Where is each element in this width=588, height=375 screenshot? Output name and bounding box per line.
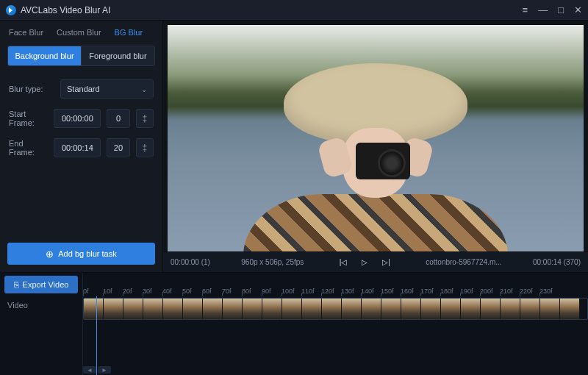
clip-thumbnail — [342, 299, 362, 319]
end-frame-input[interactable]: 20 — [107, 138, 129, 157]
track-area[interactable]: ◄ ► — [82, 296, 588, 375]
tab-bg-blur[interactable]: BG Blur — [115, 28, 143, 37]
start-time-input[interactable]: 00:00:00 — [54, 109, 101, 128]
end-frame-label: End Frame: — [9, 139, 48, 157]
clip-thumbnail — [481, 299, 501, 319]
blur-type-label: Blur type: — [9, 85, 54, 93]
tab-custom-blur[interactable]: Custom Blur — [57, 28, 101, 37]
ruler-tick: 140f — [361, 288, 381, 295]
sidebar: Face Blur Custom Blur BG Blur Background… — [0, 21, 163, 272]
ruler-tick: 70f — [222, 288, 242, 295]
clip-thumbnail — [262, 299, 282, 319]
ruler-tick: 170f — [420, 288, 440, 295]
clip-thumbnail — [501, 299, 520, 319]
ruler-tick: 220f — [520, 288, 539, 295]
clip-thumbnail — [421, 299, 441, 319]
scroll-left-button[interactable]: ◄ — [83, 366, 96, 374]
ruler-tick: 150f — [381, 288, 401, 295]
tab-face-blur[interactable]: Face Blur — [9, 28, 43, 37]
export-label: Export Video — [23, 280, 69, 289]
mode-tabs: Face Blur Custom Blur BG Blur — [0, 21, 162, 43]
titlebar: AVCLabs Video Blur AI ≡ — □ ✕ — [0, 0, 588, 21]
clip-thumbnail — [560, 299, 580, 319]
clip-thumbnail — [203, 299, 223, 319]
ruler-tick: 60f — [202, 288, 222, 295]
ruler-tick: 230f — [539, 288, 559, 295]
start-set-button[interactable]: ‡ — [136, 109, 154, 128]
video-preview[interactable] — [168, 25, 584, 251]
background-blur-button[interactable]: Background blur — [8, 46, 81, 65]
blur-type-select[interactable]: Standard ⌄ — [60, 79, 154, 99]
ruler-tick: 50f — [182, 288, 202, 295]
clip-thumbnail — [163, 299, 183, 319]
ruler-tick: 200f — [480, 288, 500, 295]
scroll-right-button[interactable]: ► — [98, 366, 111, 374]
ruler-tick: 180f — [440, 288, 460, 295]
ruler-tick: 110f — [301, 288, 321, 295]
ruler-tick: 40f — [162, 288, 182, 295]
end-set-button[interactable]: ‡ — [136, 138, 154, 157]
clip-thumbnail — [520, 299, 540, 319]
minimize-button[interactable]: — — [538, 5, 548, 15]
video-clip[interactable] — [83, 298, 588, 320]
ruler-tick: 30f — [143, 288, 162, 295]
playhead-position: 00:00:00 (1) — [171, 258, 210, 266]
app-title: AVCLabs Video Blur AI — [21, 5, 523, 15]
playbar: 00:00:00 (1) 960p x 506p, 25fps |◁ ▷ ▷| … — [163, 251, 588, 272]
clip-thumbnail — [362, 299, 381, 319]
plus-circle-icon: ⊕ — [46, 249, 54, 260]
clip-thumbnail — [441, 299, 461, 319]
clip-thumbnail — [401, 299, 421, 319]
timeline-panel: ⎘ Export Video 0f10f20f30f40f50f60f70f80… — [0, 272, 588, 375]
blur-type-value: Standard — [67, 85, 100, 93]
maximize-button[interactable]: □ — [558, 5, 564, 15]
clip-thumbnail — [322, 299, 342, 319]
clip-thumbnail — [104, 299, 123, 319]
stage: 00:00:00 (1) 960p x 506p, 25fps |◁ ▷ ▷| … — [163, 21, 588, 272]
clip-thumbnail — [302, 299, 322, 319]
ruler-tick: 210f — [500, 288, 520, 295]
clip-thumbnail — [84, 299, 104, 319]
ruler-tick: 120f — [321, 288, 341, 295]
foreground-blur-button[interactable]: Foreground blur — [81, 46, 154, 65]
video-duration: 00:00:14 (370) — [533, 258, 581, 266]
ruler-tick: 160f — [401, 288, 420, 295]
video-filename: cottonbro-5967724.m... — [426, 258, 501, 266]
start-frame-input[interactable]: 0 — [107, 109, 129, 128]
end-time-input[interactable]: 00:00:14 — [54, 138, 101, 157]
ruler-tick: 20f — [123, 288, 143, 295]
ruler-tick: 100f — [282, 288, 301, 295]
add-bg-blur-task-button[interactable]: ⊕ Add bg blur task — [7, 243, 155, 265]
export-video-button[interactable]: ⎘ Export Video — [4, 276, 78, 293]
chevron-down-icon: ⌄ — [141, 85, 147, 93]
ruler-tick: 190f — [460, 288, 480, 295]
clip-thumbnail — [123, 299, 143, 319]
clip-thumbnail — [282, 299, 302, 319]
ruler-tick: 80f — [242, 288, 262, 295]
playhead[interactable] — [96, 296, 97, 375]
timeline-ruler[interactable]: 0f10f20f30f40f50f60f70f80f90f100f110f120… — [82, 273, 588, 296]
ruler-tick: 130f — [341, 288, 361, 295]
next-frame-button[interactable]: ▷| — [378, 258, 395, 266]
play-button[interactable]: ▷ — [357, 258, 372, 266]
bg-subtabs: Background blur Foreground blur — [7, 46, 155, 66]
prev-frame-button[interactable]: |◁ — [335, 258, 352, 266]
ruler-tick: 0f — [83, 288, 103, 295]
ruler-tick: 10f — [103, 288, 123, 295]
video-track-label: Video — [7, 301, 75, 310]
clip-thumbnail — [143, 299, 163, 319]
ruler-tick: 90f — [262, 288, 282, 295]
clip-thumbnail — [243, 299, 262, 319]
clip-thumbnail — [183, 299, 203, 319]
close-button[interactable]: ✕ — [574, 5, 582, 15]
menu-icon[interactable]: ≡ — [523, 5, 528, 15]
app-logo-icon — [6, 5, 16, 15]
clip-thumbnail — [223, 299, 243, 319]
clip-thumbnail — [461, 299, 481, 319]
start-frame-label: Start Frame: — [9, 110, 48, 127]
clip-thumbnail — [540, 299, 560, 319]
video-dimensions: 960p x 506p, 25fps — [241, 258, 304, 266]
export-icon: ⎘ — [14, 280, 19, 289]
clip-thumbnail — [381, 299, 401, 319]
add-task-label: Add bg blur task — [58, 249, 117, 258]
